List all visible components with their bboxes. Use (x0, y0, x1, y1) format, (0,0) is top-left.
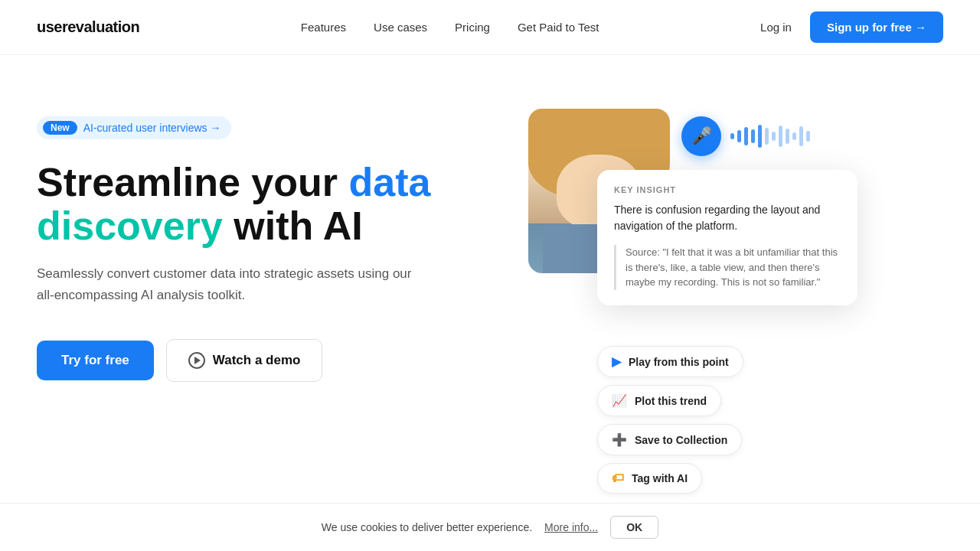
waveform (730, 116, 810, 156)
wave-bar (779, 126, 782, 147)
headline-part1: Streamline your (37, 160, 348, 204)
new-badge[interactable]: New AI-curated user interviews → (37, 116, 231, 139)
action-buttons: ▶Play from this point📈Plot this trend➕Sa… (597, 346, 743, 494)
insight-label: KEY INSIGHT (614, 185, 841, 194)
action-label-2: Save to Collection (635, 434, 727, 446)
wave-bar (786, 129, 789, 144)
nav-right: Log in Sign up for free → (760, 11, 943, 43)
nav-pricing[interactable]: Pricing (455, 21, 490, 34)
cookie-banner: We use cookies to deliver better experie… (0, 503, 980, 551)
action-button-0[interactable]: ▶Play from this point (597, 346, 743, 377)
logo: userevaluation (37, 18, 139, 36)
play-icon (188, 352, 205, 369)
cookie-more-link[interactable]: More info... (544, 521, 598, 533)
mic-button[interactable]: 🎤 (681, 116, 721, 156)
action-label-1: Plot this trend (635, 395, 707, 407)
wave-bar (730, 133, 734, 139)
action-label-3: Tag with AI (632, 472, 688, 484)
watch-demo-button[interactable]: Watch a demo (166, 339, 323, 382)
hero-subtext: Seamlessly convert customer data into st… (37, 263, 420, 305)
nav-use-cases[interactable]: Use cases (374, 21, 427, 34)
headline-accent1: data (348, 160, 430, 204)
nav-features[interactable]: Features (301, 21, 346, 34)
signup-button[interactable]: Sign up for free → (810, 11, 943, 43)
hero-section: New AI-curated user interviews → Streaml… (0, 55, 980, 491)
insight-card: KEY INSIGHT There is confusion regarding… (597, 170, 858, 305)
action-icon-2: ➕ (612, 432, 627, 447)
wave-bar (799, 126, 803, 146)
wave-bar (751, 129, 755, 143)
nav-get-paid[interactable]: Get Paid to Test (518, 21, 599, 34)
action-button-2[interactable]: ➕Save to Collection (597, 424, 742, 455)
wave-bar (792, 132, 796, 140)
wave-bar (806, 131, 810, 142)
wave-bar (772, 132, 776, 141)
insight-text: There is confusion regarding the layout … (614, 202, 841, 234)
action-button-1[interactable]: 📈Plot this trend (597, 385, 721, 416)
cookie-ok-button[interactable]: OK (610, 516, 658, 539)
wave-bar (744, 127, 748, 145)
new-tag: New (43, 121, 77, 135)
action-icon-1: 📈 (612, 393, 627, 408)
nav-links: Features Use cases Pricing Get Paid to T… (301, 21, 599, 34)
cookie-text: We use cookies to deliver better experie… (322, 521, 532, 533)
headline-part3: with AI (223, 204, 363, 248)
hero-left: New AI-curated user interviews → Streaml… (37, 109, 467, 382)
wave-bar (765, 128, 769, 145)
try-free-button[interactable]: Try for free (37, 341, 154, 380)
login-button[interactable]: Log in (760, 21, 792, 34)
badge-text: AI-curated user interviews → (83, 122, 221, 134)
hero-headline: Streamline your data discovery with AI (37, 161, 467, 248)
hero-buttons: Try for free Watch a demo (37, 339, 467, 382)
headline-accent2: discovery (37, 204, 223, 248)
action-icon-3: 🏷 (612, 471, 624, 485)
wave-bar (737, 130, 741, 142)
wave-bar (758, 125, 762, 148)
mic-area: 🎤 (681, 116, 810, 156)
action-label-0: Play from this point (629, 356, 729, 368)
action-icon-0: ▶ (612, 354, 621, 369)
navbar: userevaluation Features Use cases Pricin… (0, 0, 980, 55)
mic-icon: 🎤 (691, 126, 712, 146)
insight-source: Source: "I felt that it was a bit unfami… (614, 245, 841, 290)
play-triangle (194, 357, 201, 364)
hero-right: 🎤 KEY INSIGHT There is confusion regardi… (513, 109, 943, 491)
action-button-3[interactable]: 🏷Tag with AI (597, 463, 702, 494)
demo-label: Watch a demo (213, 353, 301, 368)
